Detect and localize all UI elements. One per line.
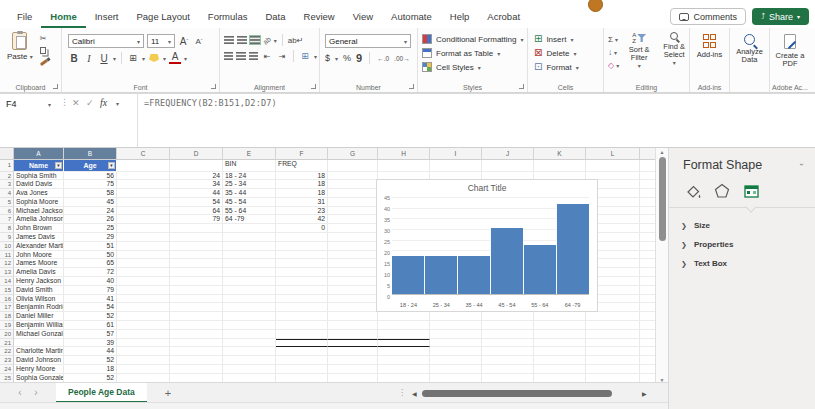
cell[interactable] [586, 347, 640, 356]
decrease-font-button[interactable]: Aˇ [193, 35, 205, 47]
cell[interactable] [328, 312, 378, 321]
font-size-select[interactable]: 11▾ [147, 34, 175, 48]
cell[interactable] [117, 303, 170, 312]
cancel-icon[interactable]: ✕ [72, 98, 80, 108]
cell[interactable] [170, 259, 223, 268]
cell[interactable]: 34 [170, 180, 223, 189]
menu-tab-review[interactable]: Review [295, 6, 344, 28]
row-header[interactable]: 1 [0, 160, 14, 172]
cell[interactable] [117, 312, 170, 321]
cell[interactable]: 18 [276, 180, 328, 189]
cell[interactable] [117, 242, 170, 251]
cell[interactable] [640, 321, 655, 330]
cell[interactable] [328, 286, 378, 295]
cell[interactable]: 56 [64, 172, 117, 181]
insert-function-icon[interactable]: fx [100, 97, 107, 108]
column-header-K[interactable]: K [534, 148, 586, 160]
cell[interactable] [640, 233, 655, 242]
formula-input[interactable]: =FREQUENCY(B2:B151,D2:D7) [144, 98, 277, 108]
cell[interactable] [223, 339, 276, 348]
cell[interactable]: 57 [64, 330, 117, 339]
pane-section-size[interactable]: ❯Size [681, 216, 807, 235]
cell[interactable] [223, 233, 276, 242]
styles-dialog-launcher[interactable] [519, 84, 524, 89]
align-right-button[interactable] [249, 52, 258, 60]
menu-tab-acrobat[interactable]: Acrobat [478, 6, 529, 28]
cell[interactable] [378, 339, 430, 348]
wrap-text-button[interactable]: ab↵ [288, 34, 304, 46]
cell[interactable] [170, 339, 223, 348]
cell[interactable]: 72 [64, 268, 117, 277]
cell[interactable]: Olivia Wilson [14, 295, 64, 304]
cell[interactable] [276, 321, 328, 330]
cell[interactable]: Sophia Smith [14, 172, 64, 181]
cell[interactable]: 52 [64, 312, 117, 321]
row-header[interactable]: 14 [0, 277, 14, 286]
filter-icon[interactable]: ▾ [108, 162, 115, 169]
cell[interactable] [328, 295, 378, 304]
column-header-H[interactable]: H [378, 148, 430, 160]
cell[interactable] [640, 160, 655, 172]
cell[interactable] [586, 321, 640, 330]
add-sheet-button[interactable]: + [165, 387, 171, 399]
decrease-indent-button[interactable]: ⇤ [261, 50, 273, 62]
align-bottom-button[interactable] [250, 36, 260, 44]
find-select-button[interactable]: Find & Select▾ [659, 32, 689, 80]
cell[interactable]: Henry Moore [14, 365, 64, 374]
delete-cells-button[interactable]: ⊠Delete▾ [534, 46, 601, 60]
cell[interactable]: Michael Jackson [14, 207, 64, 216]
cell[interactable] [640, 189, 655, 198]
bold-button[interactable]: B [68, 52, 80, 64]
cell[interactable] [328, 303, 378, 312]
cell[interactable]: Charlotte Martin [14, 347, 64, 356]
column-header-L[interactable]: L [586, 148, 640, 160]
cell[interactable] [117, 277, 170, 286]
cell[interactable] [276, 312, 328, 321]
menu-tab-automate[interactable]: Automate [382, 6, 441, 28]
column-header-J[interactable]: J [482, 148, 534, 160]
cell[interactable] [586, 339, 640, 348]
chart-title[interactable]: Chart Title [377, 183, 597, 193]
cell[interactable] [640, 180, 655, 189]
vertical-scrollbar[interactable]: ▲ ▼ [655, 148, 668, 384]
row-header[interactable]: 9 [0, 233, 14, 242]
cell[interactable] [482, 365, 534, 374]
decrease-decimal-button[interactable]: .00→ [394, 55, 410, 62]
cell[interactable] [328, 374, 378, 382]
cell[interactable] [328, 259, 378, 268]
horizontal-scrollbar-thumb[interactable] [422, 390, 612, 397]
cell[interactable] [534, 321, 586, 330]
cell[interactable]: 44 [170, 189, 223, 198]
chart-bar-35 - 44[interactable] [457, 256, 490, 294]
cell[interactable] [640, 268, 655, 277]
cell[interactable]: 55 - 64 [223, 207, 276, 216]
effects-tab[interactable] [712, 181, 732, 201]
cell[interactable] [117, 198, 170, 207]
number-format-select[interactable]: General▾ [325, 34, 411, 48]
cell[interactable]: 18 - 24 [223, 172, 276, 181]
cell[interactable] [640, 312, 655, 321]
align-center-button[interactable] [236, 52, 245, 60]
column-header-B[interactable]: B [64, 148, 117, 160]
cell[interactable] [223, 224, 276, 233]
cell[interactable]: Daniel Miller [14, 312, 64, 321]
merge-center-button[interactable]: ⊞ [299, 50, 311, 62]
cell[interactable] [430, 330, 482, 339]
cell[interactable]: 24 [64, 207, 117, 216]
chart-bar-18 - 24[interactable] [392, 256, 424, 294]
column-header-A[interactable]: A [14, 148, 64, 160]
cell[interactable]: 61 [64, 321, 117, 330]
cell[interactable] [328, 215, 378, 224]
cell[interactable] [328, 242, 378, 251]
cell[interactable] [170, 160, 223, 172]
cell[interactable]: 51 [64, 242, 117, 251]
fill-color-button[interactable] [148, 52, 160, 64]
cell[interactable] [328, 180, 378, 189]
cell[interactable] [534, 347, 586, 356]
cell[interactable] [328, 172, 378, 181]
cell[interactable] [223, 286, 276, 295]
cell[interactable] [328, 330, 378, 339]
cell[interactable] [482, 330, 534, 339]
menu-tab-data[interactable]: Data [256, 6, 294, 28]
percent-button[interactable]: % [343, 53, 351, 63]
